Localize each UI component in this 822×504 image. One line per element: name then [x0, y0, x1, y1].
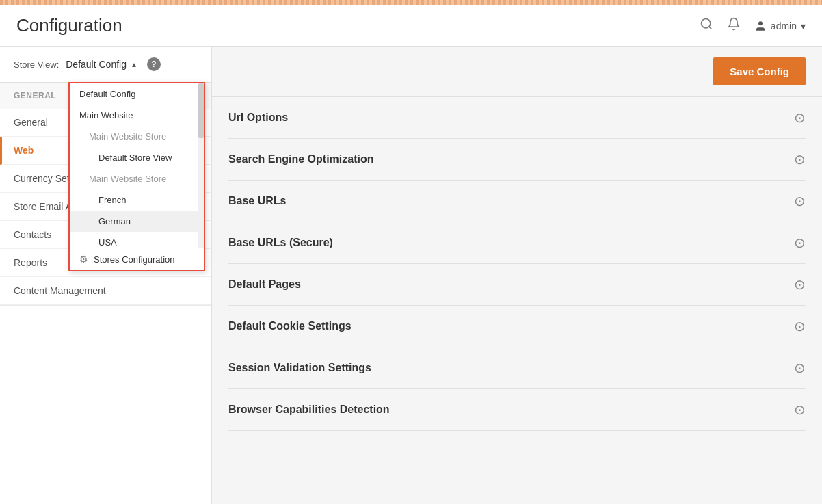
bell-icon[interactable]: [727, 17, 741, 34]
section-url-options[interactable]: Url Options ⊙: [228, 97, 806, 139]
content-area: Store View: Default Config ▲ ? Default C…: [0, 47, 822, 504]
scrollbar-track: [198, 83, 204, 248]
section-default-pages-label: Default Pages: [228, 278, 301, 291]
section-base-urls[interactable]: Base URLs ⊙: [228, 181, 806, 222]
store-view-label: Store View:: [14, 59, 59, 70]
dropdown-item-main-website-store-1: Main Website Store: [70, 126, 204, 147]
stores-config-label: Stores Configuration: [94, 254, 175, 265]
section-default-cookie[interactable]: Default Cookie Settings ⊙: [228, 306, 806, 347]
help-icon[interactable]: ?: [147, 57, 161, 71]
main-content: Save Config Url Options ⊙ Search Engine …: [212, 47, 822, 504]
dropdown-item-main-website[interactable]: Main Website: [70, 105, 204, 126]
section-browser-capabilities-label: Browser Capabilities Detection: [228, 403, 390, 416]
admin-label: admin: [771, 21, 797, 31]
chevron-down-icon: ⊙: [794, 109, 806, 126]
gear-icon: ⚙: [79, 254, 88, 265]
page-title: Configuration: [16, 15, 122, 36]
section-default-pages[interactable]: Default Pages ⊙: [228, 264, 806, 306]
chevron-down-icon: ⊙: [794, 151, 806, 168]
section-seo-label: Search Engine Optimization: [228, 153, 373, 165]
store-view-arrow: ▲: [131, 61, 137, 68]
nav-item-content-management[interactable]: Content Management: [0, 277, 211, 305]
top-decoration: [0, 0, 822, 5]
help-label: ?: [151, 59, 156, 69]
stores-configuration-item[interactable]: ⚙ Stores Configuration: [70, 248, 204, 270]
dropdown-item-default-store-view[interactable]: Default Store View: [70, 147, 204, 168]
store-view-select[interactable]: Default Config ▲: [66, 59, 137, 70]
section-session-validation[interactable]: Session Validation Settings ⊙: [228, 347, 806, 389]
section-base-urls-secure-label: Base URLs (Secure): [228, 237, 333, 249]
svg-point-2: [758, 21, 763, 25]
chevron-down-icon: ⊙: [794, 276, 806, 293]
section-default-cookie-label: Default Cookie Settings: [228, 320, 352, 332]
section-base-urls-secure[interactable]: Base URLs (Secure) ⊙: [228, 222, 806, 264]
chevron-down-icon: ⊙: [794, 193, 806, 209]
dropdown-item-french[interactable]: French: [70, 189, 204, 211]
store-view-current: Default Config: [66, 59, 127, 70]
search-icon[interactable]: [700, 17, 713, 34]
dropdown-item-main-website-store-2: Main Website Store: [70, 168, 204, 189]
admin-dropdown-arrow: ▾: [801, 21, 806, 31]
save-config-button[interactable]: Save Config: [713, 57, 806, 85]
top-header: Configuration admin ▾: [0, 5, 822, 47]
sidebar: Store View: Default Config ▲ ? Default C…: [0, 47, 212, 504]
store-view-dropdown: Default Config Main Website Main Website…: [68, 82, 205, 271]
chevron-down-icon: ⊙: [794, 318, 806, 334]
section-seo[interactable]: Search Engine Optimization ⊙: [228, 139, 806, 181]
user-icon: [754, 20, 767, 32]
chevron-down-icon: ⊙: [794, 360, 806, 376]
svg-line-1: [709, 27, 712, 29]
section-browser-capabilities[interactable]: Browser Capabilities Detection ⊙: [228, 389, 806, 431]
dropdown-item-german[interactable]: German: [70, 211, 204, 232]
save-config-bar: Save Config: [212, 47, 822, 97]
dropdown-item-usa[interactable]: USA: [70, 232, 204, 248]
chevron-down-icon: ⊙: [794, 401, 806, 418]
section-session-validation-label: Session Validation Settings: [228, 362, 371, 374]
section-url-options-label: Url Options: [228, 111, 288, 124]
scrollbar-thumb[interactable]: [198, 83, 204, 138]
chevron-down-icon: ⊙: [794, 235, 806, 251]
section-base-urls-label: Base URLs: [228, 195, 286, 207]
svg-point-0: [701, 19, 710, 28]
admin-user-menu[interactable]: admin ▾: [754, 20, 806, 32]
dropdown-item-default-config[interactable]: Default Config: [70, 83, 204, 105]
store-view-bar: Store View: Default Config ▲ ? Default C…: [0, 47, 211, 83]
section-list: Url Options ⊙ Search Engine Optimization…: [212, 97, 822, 431]
dropdown-scroll-area[interactable]: Default Config Main Website Main Website…: [70, 83, 204, 248]
header-actions: admin ▾: [700, 17, 806, 34]
